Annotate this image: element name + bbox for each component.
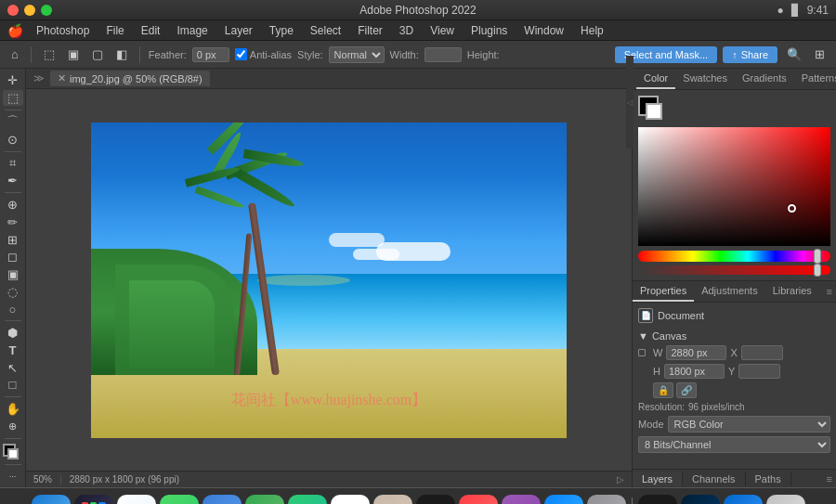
minimize-button[interactable] — [24, 5, 35, 16]
tab-swatches[interactable]: Swatches — [675, 69, 735, 89]
hue-thumb[interactable] — [814, 249, 821, 264]
lock-width-btn[interactable]: 🔒 — [653, 382, 673, 398]
dock-contacts[interactable]: 👤 — [373, 495, 412, 505]
document-tab[interactable]: ✕ img_20.jpg @ 50% (RGB/8#) — [50, 71, 210, 86]
panel-collapse-arrow[interactable]: ≫ — [33, 72, 45, 84]
canvas-width-input[interactable] — [666, 345, 726, 360]
marquee-tool[interactable]: ⬚ — [3, 90, 23, 106]
menu-filter[interactable]: Filter — [350, 22, 390, 39]
type-tool[interactable]: T — [3, 342, 23, 358]
panel-options-btn[interactable]: ≡ — [823, 473, 836, 485]
background-swatch[interactable] — [646, 103, 662, 120]
crop-tool[interactable]: ⌗ — [3, 156, 23, 172]
bits-select[interactable]: 8 Bits/Channel 16 Bits/Channel 32 Bits/C… — [638, 436, 830, 453]
spot-heal-tool[interactable]: ⊕ — [3, 197, 23, 213]
props-panel-menu[interactable]: ≡ — [823, 286, 836, 297]
alpha-thumb[interactable] — [814, 264, 821, 277]
dock-appstore[interactable]: 🛍️ — [544, 495, 583, 505]
menu-select[interactable]: Select — [303, 22, 348, 39]
menu-view[interactable]: View — [423, 22, 462, 39]
dock-controlcenter[interactable]: ⚙️ — [724, 495, 763, 505]
menu-image[interactable]: Image — [169, 22, 215, 39]
arrange-button[interactable]: ⊞ — [811, 45, 829, 63]
menu-window[interactable]: Window — [516, 22, 571, 39]
tab-paths[interactable]: Paths — [746, 472, 791, 486]
menu-3d[interactable]: 3D — [392, 22, 421, 39]
style-select[interactable]: Normal — [329, 46, 385, 63]
dock-trash[interactable]: 🗑️ — [766, 495, 805, 505]
marquee-opt3[interactable]: ◧ — [112, 45, 131, 63]
eraser-tool[interactable]: ◻ — [3, 249, 23, 265]
y-input[interactable] — [738, 364, 780, 379]
dock-launchpad[interactable] — [74, 495, 113, 505]
dock-safari[interactable]: 🧭 — [117, 495, 156, 505]
panel-collapse-handle[interactable]: ◁ — [626, 56, 634, 149]
search-button[interactable]: 🔍 — [783, 45, 805, 63]
feather-input[interactable] — [192, 47, 229, 62]
path-select-tool[interactable]: ↖ — [3, 360, 23, 376]
width-input[interactable] — [425, 47, 462, 62]
move-tool[interactable]: ✛ — [3, 72, 23, 88]
brush-tool[interactable]: ✏ — [3, 214, 23, 230]
hue-slider[interactable] — [638, 251, 830, 262]
menu-help[interactable]: Help — [573, 22, 611, 39]
dock-calendar[interactable]: MON 16 — [331, 495, 370, 505]
close-button[interactable] — [7, 5, 19, 16]
dock-maps[interactable]: 🗺️ — [245, 495, 284, 505]
dock-photoshop[interactable]: Ps — [681, 495, 720, 505]
color-chips[interactable] — [3, 444, 23, 458]
menu-edit[interactable]: Edit — [134, 22, 168, 39]
stamp-tool[interactable]: ⊞ — [3, 232, 23, 248]
tab-patterns[interactable]: Patterns — [794, 69, 836, 89]
color-gradient-picker[interactable] — [638, 127, 830, 246]
canvas-viewport[interactable]: 花间社【www.huajinshe.com】 — [26, 89, 632, 471]
menu-layer[interactable]: Layer — [217, 22, 260, 39]
menu-file[interactable]: File — [98, 22, 131, 39]
tab-adjustments[interactable]: Adjustments — [694, 281, 765, 302]
marquee-opt2[interactable]: ▢ — [88, 45, 107, 63]
x-input[interactable] — [741, 345, 783, 360]
tab-libraries[interactable]: Libraries — [765, 281, 819, 302]
zoom-tool[interactable]: ⊕ — [3, 419, 23, 434]
canvas-height-input[interactable] — [664, 364, 725, 379]
dock-mail[interactable]: ✉️ — [202, 495, 242, 505]
alpha-slider[interactable] — [638, 265, 830, 275]
dock-appletv[interactable]: TV — [416, 495, 455, 505]
pen-tool[interactable]: ⬢ — [3, 325, 23, 341]
bg-color-chip[interactable] — [7, 448, 19, 459]
tab-gradients[interactable]: Gradients — [735, 69, 794, 89]
dock-systemprefs[interactable]: ⚙️ — [587, 495, 626, 505]
dock-music[interactable]: 🎵 — [459, 495, 498, 505]
marquee-opt1[interactable]: ▣ — [64, 45, 83, 63]
tab-properties[interactable]: Properties — [633, 281, 694, 302]
dock-facetime[interactable]: 📹 — [288, 495, 327, 505]
more-tools[interactable]: ··· — [3, 468, 23, 484]
home-button[interactable]: ⌂ — [7, 45, 22, 63]
quick-select-tool[interactable]: ⊙ — [3, 132, 23, 148]
hand-tool[interactable]: ✋ — [3, 401, 23, 417]
gradient-tool[interactable]: ▣ — [3, 266, 23, 282]
fg-bg-swatches[interactable] — [638, 96, 668, 122]
dock-podcasts[interactable]: 🎙️ — [502, 495, 541, 505]
marquee-rect-btn[interactable]: ⬚ — [40, 45, 59, 63]
lock-both-btn[interactable]: 🔗 — [676, 382, 697, 398]
menu-photoshop[interactable]: Photoshop — [29, 22, 97, 39]
lasso-tool[interactable]: ⌒ — [3, 113, 23, 130]
dock-messages[interactable]: 💬 — [160, 495, 199, 505]
maximize-button[interactable] — [41, 5, 52, 16]
dock-terminal[interactable]: >_ — [638, 495, 677, 505]
tab-channels[interactable]: Channels — [683, 472, 745, 486]
anti-alias-checkbox[interactable] — [235, 48, 247, 60]
mode-select[interactable]: RGB Color CMYK Color Grayscale — [668, 416, 830, 433]
shape-tool[interactable]: □ — [3, 378, 23, 394]
traffic-lights[interactable] — [7, 5, 52, 16]
share-button[interactable]: ↑ Share — [723, 46, 777, 63]
apple-menu[interactable]: 🍎 — [7, 23, 23, 38]
blur-tool[interactable]: ◌ — [3, 284, 23, 300]
dock-finder[interactable]: 🔵 — [32, 495, 71, 505]
eyedropper-tool[interactable]: ✒ — [3, 174, 23, 189]
tab-layers[interactable]: Layers — [633, 472, 683, 486]
menu-type[interactable]: Type — [262, 22, 301, 39]
dodge-tool[interactable]: ○ — [3, 302, 23, 317]
canvas-collapse-icon[interactable]: ▼ — [638, 330, 648, 342]
